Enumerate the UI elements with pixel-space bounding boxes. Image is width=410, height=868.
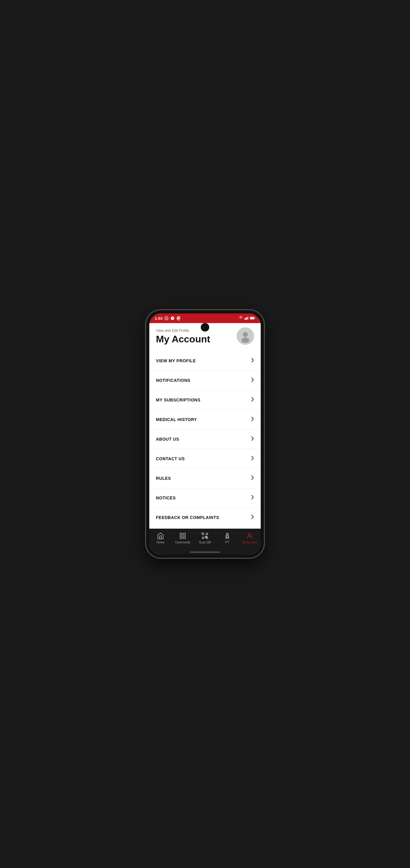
menu-item-medical-history[interactable]: MEDICAL HISTORY (149, 410, 261, 430)
svg-rect-15 (180, 533, 182, 535)
chevron-icon-feedback (251, 515, 254, 521)
chevron-icon-notifications (251, 377, 254, 383)
menu-item-rules[interactable]: RULES (149, 469, 261, 488)
menu-item-label-notifications: NOTIFICATIONS (156, 378, 190, 383)
chevron-icon-view-profile (251, 358, 254, 364)
svg-rect-20 (206, 533, 208, 535)
chevron-icon-contact-us (251, 456, 254, 462)
nav-community[interactable]: Community (174, 532, 192, 544)
phone-screen: 1:03 (149, 313, 261, 555)
status-bar: 1:03 (149, 313, 261, 323)
menu-item-label-medical-history: MEDICAL HISTORY (156, 417, 197, 422)
svg-rect-22 (205, 536, 206, 537)
status-bar-left: 1:03 (155, 316, 181, 321)
svg-rect-8 (248, 316, 249, 320)
pt-icon (224, 532, 231, 540)
svg-rect-4 (178, 318, 179, 319)
signal-icon (244, 315, 249, 321)
svg-rect-2 (178, 316, 179, 317)
bottom-nav: Home Community (149, 529, 261, 550)
svg-point-31 (248, 533, 251, 536)
chevron-icon-rules (251, 475, 254, 481)
svg-rect-19 (202, 533, 204, 535)
avatar[interactable] (237, 327, 254, 345)
status-bar-right (238, 315, 255, 321)
menu-item-view-profile[interactable]: VIEW MY PROFILE (149, 351, 261, 371)
menu-item-notifications[interactable]: NOTIFICATIONS (149, 371, 261, 390)
menu-item-label-subscriptions: MY SUBSCRIPTIONS (156, 398, 201, 402)
camera-notch (201, 323, 209, 332)
svg-rect-25 (206, 537, 208, 538)
svg-rect-18 (183, 536, 185, 538)
nav-home-label: Home (157, 541, 165, 544)
nav-scan-qr-label: Scan QR (199, 541, 211, 544)
menu-item-about-us[interactable]: ABOUT US (149, 430, 261, 449)
chevron-icon-notices (251, 495, 254, 501)
play-icon (170, 316, 175, 320)
svg-rect-17 (180, 536, 182, 538)
main-content: View and Edit Profile My Account VIEW MY… (149, 323, 261, 529)
svg-point-13 (243, 332, 248, 337)
svg-rect-10 (250, 317, 254, 319)
menu-item-notices[interactable]: NOTICES (149, 488, 261, 508)
menu-item-contact-us[interactable]: CONTACT US (149, 449, 261, 469)
svg-rect-3 (178, 318, 180, 318)
svg-rect-6 (246, 318, 246, 319)
svg-rect-23 (206, 536, 207, 537)
my-account-icon (246, 532, 253, 540)
svg-rect-5 (244, 318, 245, 319)
chevron-icon-subscriptions (251, 397, 254, 403)
community-icon (179, 532, 186, 540)
svg-rect-16 (183, 533, 185, 535)
home-icon (157, 532, 164, 540)
home-indicator (149, 550, 261, 555)
battery-icon (250, 315, 255, 321)
home-bar (190, 552, 220, 553)
svg-point-28 (226, 533, 228, 535)
menu-item-feedback[interactable]: FEEDBACK OR COMPLAINTS (149, 508, 261, 527)
nav-my-account-label: My Account (242, 541, 258, 544)
phone-frame: 1:03 (146, 310, 264, 558)
svg-rect-21 (202, 537, 204, 538)
nav-my-account[interactable]: My Account (241, 532, 259, 544)
menu-item-label-view-profile: VIEW MY PROFILE (156, 358, 196, 363)
scan-qr-icon (201, 532, 209, 540)
menu-item-label-feedback: FEEDBACK OR COMPLAINTS (156, 515, 219, 520)
avatar-icon (239, 330, 252, 343)
menu-item-label-notices: NOTICES (156, 495, 176, 500)
svg-rect-24 (205, 537, 206, 538)
menu-list: VIEW MY PROFILENOTIFICATIONSMY SUBSCRIPT… (149, 348, 261, 529)
menu-item-label-rules: RULES (156, 476, 171, 481)
nav-pt-label: PT (226, 541, 229, 544)
chevron-icon-medical-history (251, 416, 254, 423)
menu-item-label-contact-us: CONTACT US (156, 456, 185, 461)
chevron-icon-about-us (251, 436, 254, 442)
time-display: 1:03 (155, 316, 163, 321)
nav-home[interactable]: Home (151, 532, 169, 544)
menu-item-subscriptions[interactable]: MY SUBSCRIPTIONS (149, 390, 261, 410)
menu-item-label-about-us: ABOUT US (156, 437, 179, 441)
wifi-icon (238, 315, 243, 321)
nav-scan-qr[interactable]: Scan QR (196, 532, 214, 544)
clipboard-icon (176, 316, 181, 320)
nav-pt[interactable]: PT (218, 532, 236, 544)
gear-icon (164, 316, 169, 320)
svg-rect-7 (246, 317, 247, 319)
nav-community-label: Community (175, 541, 191, 544)
svg-rect-11 (254, 318, 255, 319)
